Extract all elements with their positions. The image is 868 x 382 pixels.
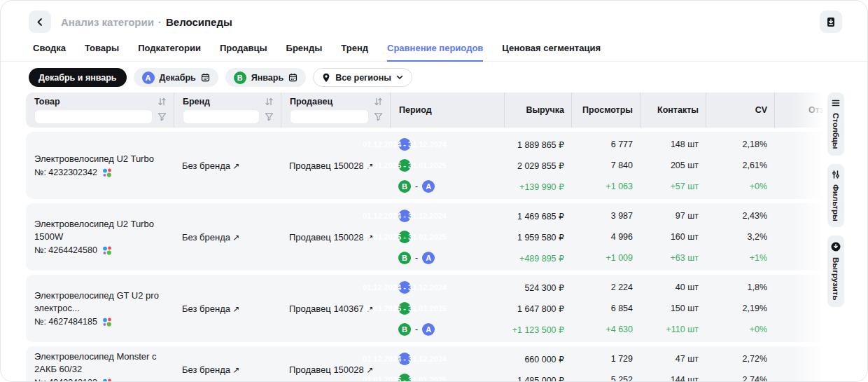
revenue-cell: 660 000 ₽1 485 000 ₽ (504, 348, 571, 382)
brand-link[interactable]: Без бренда ↗ (182, 303, 240, 314)
tab-subcategories[interactable]: Подкатегории (138, 43, 201, 62)
tab-products[interactable]: Товары (85, 43, 119, 62)
product-filter-input[interactable] (34, 109, 153, 124)
product-name: Электровелосипед GT U2 pro электрос... (34, 289, 167, 314)
tab-sellers[interactable]: Продавцы (220, 43, 267, 62)
download-report-button[interactable] (820, 11, 842, 33)
product-number: №: 4042342123 (34, 378, 97, 382)
brand-filter-input[interactable] (183, 109, 260, 124)
product-name: Электровелосипед U2 Turbo 1500W (34, 218, 167, 243)
badge-b: 01.01.2025 - 31.01.2025 (398, 302, 411, 315)
regions-dropdown[interactable]: Все регионы (313, 68, 412, 87)
period-a-chip[interactable]: A Декабрь (134, 68, 218, 87)
brand-link[interactable]: Без бренда ↗ (182, 232, 240, 243)
product-name: Электровелосипед U2 Turbo (34, 153, 167, 165)
main-content: ТоварБрендПродавецПериодВыручкаПросмотры… (1, 87, 867, 382)
badge-a: A (142, 71, 155, 84)
table-row[interactable]: Электровелосипед U2 Turbo 1500W№: 426442… (26, 203, 822, 271)
contacts-cell: 148 шт205 шт+57 шт (640, 134, 706, 197)
tab-trend[interactable]: Тренд (341, 43, 368, 62)
tab-period-comparison[interactable]: Сравнение периодов (387, 43, 483, 62)
revenue-cell: 524 300 ₽1 647 800 ₽+1 123 500 ₽ (504, 277, 571, 340)
external-link-icon: ↗ (233, 365, 240, 375)
badge-a: 01.12.2024 - 31.12.2024 (398, 210, 411, 222)
column-label-contacts: Контакты (657, 105, 699, 115)
seller-link[interactable]: Продавец 150028 ↗ (289, 232, 373, 243)
external-link-icon: ↗ (366, 365, 373, 375)
brand-link[interactable]: Без бренда ↗ (182, 161, 240, 171)
app-window: Анализ категории · Велосипеды СводкаТова… (0, 0, 868, 382)
delta-badges: B-A (398, 176, 497, 197)
tab-brands[interactable]: Бренды (286, 43, 323, 62)
calendar-icon (201, 73, 210, 82)
chevron-down-icon (396, 75, 403, 80)
filter-funnel-icon[interactable] (265, 112, 274, 121)
column-header-product: Товар (26, 93, 174, 128)
product-cell: Электровелосипед U2 Turbo 1500W№: 426442… (26, 218, 174, 255)
table-row[interactable]: Электровелосипед Monster с 2АКБ 60/32№: … (26, 346, 822, 382)
period-b-chip[interactable]: B Январь (225, 68, 306, 87)
breadcrumb-separator: · (158, 16, 162, 28)
brand-cell: Без бренда ↗ (174, 232, 281, 243)
avito-dots-icon (102, 245, 112, 256)
badge-a: A (422, 252, 435, 264)
external-link-icon: ↗ (233, 233, 240, 243)
product-cell: Электровелосипед Monster с 2АКБ 60/32№: … (26, 350, 174, 382)
delta-badges: B-A (398, 319, 497, 340)
period-cell: 01.12.2024 - 31.12.202401.01.2025 - 31.0… (390, 277, 504, 340)
seller-cell: Продавец 150028 ↗ (281, 364, 390, 375)
columns-button[interactable]: Столбцы (827, 93, 844, 156)
column-header-revenue: Выручка (504, 93, 571, 128)
filters-button[interactable]: Фильтры (827, 164, 844, 228)
tab-summary[interactable]: Сводка (33, 43, 66, 62)
seller-link[interactable]: Продавец 150028 ↗ (289, 364, 373, 375)
avito-dots-icon (102, 317, 112, 327)
brand-cell: Без бренда ↗ (174, 161, 281, 171)
column-label-reviews: Отзывы (808, 105, 822, 115)
period-summary-pill[interactable]: Декабрь и январь (29, 68, 127, 87)
sort-icon[interactable] (265, 97, 274, 106)
table-header: ТоварБрендПродавецПериодВыручкаПросмотры… (26, 93, 822, 128)
badge-b: 01.01.2025 - 31.01.2025 (398, 159, 411, 172)
table-row[interactable]: Электровелосипед U2 Turbo№: 4232302342Бе… (26, 132, 822, 199)
product-cell: Электровелосипед GT U2 pro электрос...№:… (26, 289, 174, 327)
column-label-product: Товар (34, 97, 60, 107)
filter-funnel-icon[interactable] (158, 112, 167, 121)
export-button[interactable]: Выгрузить (827, 236, 844, 307)
filter-funnel-icon[interactable] (374, 112, 383, 121)
views-cell: 3 9874 996+1 009 (571, 205, 640, 268)
period-a-range: 01.12.2024 - 31.12.2024 (398, 277, 497, 298)
table-row[interactable]: Электровелосипед GT U2 pro электрос...№:… (26, 275, 822, 342)
brand-link[interactable]: Без бренда ↗ (182, 364, 240, 375)
sort-icon[interactable] (158, 97, 167, 106)
columns-icon (832, 99, 840, 107)
column-header-contacts: Контакты (640, 93, 706, 128)
cv-cell: 2,18%2,61%+0% (706, 134, 774, 197)
revenue-cell: 1 889 865 ₽2 029 855 ₽+139 990 ₽ (504, 134, 571, 197)
period-b-range: 01.01.2025 - 31.01.2025 (398, 369, 497, 382)
views-cell: 2 2246 854+4 630 (571, 277, 640, 340)
breadcrumb-category[interactable]: Анализ категории (61, 16, 154, 28)
column-header-reviews: Отзывы (774, 93, 822, 128)
seller-filter-input[interactable] (290, 109, 369, 124)
period-b-range: 01.01.2025 - 31.01.2025 (398, 155, 497, 176)
product-number: №: 4232302342 (34, 168, 97, 177)
badge-b: B (398, 252, 411, 264)
badge-b: B (234, 71, 246, 84)
avito-dots-icon (102, 378, 112, 382)
product-number: №: 4627484185 (34, 317, 97, 327)
column-header-brand: Бренд (174, 93, 281, 128)
tab-price-segmentation[interactable]: Ценовая сегментация (502, 43, 601, 62)
contacts-cell: 47 шт144 шт (640, 348, 706, 382)
badge-b: B (398, 323, 411, 336)
sort-icon[interactable] (374, 97, 383, 106)
badge-a: A (422, 180, 435, 193)
cv-cell: 1,8%2,19%+0% (706, 277, 774, 340)
back-button[interactable] (29, 11, 51, 33)
seller-link[interactable]: Продавец 150028 ↗ (289, 161, 373, 171)
external-link-icon: ↗ (233, 304, 240, 314)
chevron-left-icon (36, 18, 45, 27)
seller-link[interactable]: Продавец 140367 ↗ (289, 303, 373, 314)
badge-a: 01.12.2024 - 31.12.2024 (398, 353, 411, 365)
download-circle-icon (831, 242, 841, 252)
